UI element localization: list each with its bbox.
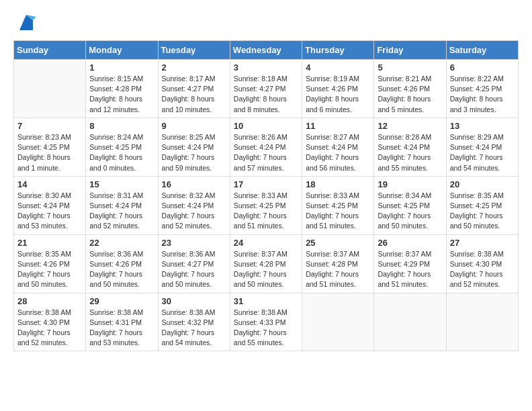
day-number: 27 xyxy=(450,238,515,248)
calendar-cell: 10Sunrise: 8:26 AM Sunset: 4:24 PM Dayli… xyxy=(230,118,302,176)
calendar-cell: 24Sunrise: 8:37 AM Sunset: 4:28 PM Dayli… xyxy=(230,234,302,293)
day-info: Sunrise: 8:36 AM Sunset: 4:27 PM Dayligh… xyxy=(162,249,226,290)
calendar-cell: 7Sunrise: 8:23 AM Sunset: 4:25 PM Daylig… xyxy=(14,118,86,176)
calendar-cell: 28Sunrise: 8:38 AM Sunset: 4:30 PM Dayli… xyxy=(14,293,86,351)
day-number: 21 xyxy=(17,238,82,248)
calendar-cell: 27Sunrise: 8:38 AM Sunset: 4:30 PM Dayli… xyxy=(446,234,518,293)
day-number: 8 xyxy=(89,121,154,131)
day-info: Sunrise: 8:17 AM Sunset: 4:27 PM Dayligh… xyxy=(162,74,226,115)
day-number: 25 xyxy=(306,238,370,248)
header-row: SundayMondayTuesdayWednesdayThursdayFrid… xyxy=(14,41,519,60)
day-number: 1 xyxy=(89,62,154,73)
day-number: 24 xyxy=(234,238,298,248)
calendar-cell: 30Sunrise: 8:38 AM Sunset: 4:32 PM Dayli… xyxy=(158,293,230,351)
day-info: Sunrise: 8:38 AM Sunset: 4:31 PM Dayligh… xyxy=(89,308,154,349)
calendar-cell: 31Sunrise: 8:38 AM Sunset: 4:33 PM Dayli… xyxy=(230,293,302,351)
header-day-friday: Friday xyxy=(374,41,446,60)
calendar-body: 1Sunrise: 8:15 AM Sunset: 4:28 PM Daylig… xyxy=(14,60,519,351)
calendar-cell: 18Sunrise: 8:33 AM Sunset: 4:25 PM Dayli… xyxy=(302,176,374,234)
day-info: Sunrise: 8:33 AM Sunset: 4:25 PM Dayligh… xyxy=(234,191,298,232)
day-number: 17 xyxy=(234,179,298,189)
day-info: Sunrise: 8:18 AM Sunset: 4:27 PM Dayligh… xyxy=(234,74,298,115)
calendar-cell: 29Sunrise: 8:38 AM Sunset: 4:31 PM Dayli… xyxy=(86,293,158,351)
calendar-cell: 6Sunrise: 8:22 AM Sunset: 4:25 PM Daylig… xyxy=(446,60,518,118)
day-info: Sunrise: 8:24 AM Sunset: 4:25 PM Dayligh… xyxy=(89,132,154,173)
day-info: Sunrise: 8:30 AM Sunset: 4:24 PM Dayligh… xyxy=(17,191,82,232)
calendar-cell: 1Sunrise: 8:15 AM Sunset: 4:28 PM Daylig… xyxy=(86,60,158,118)
calendar-cell: 20Sunrise: 8:35 AM Sunset: 4:25 PM Dayli… xyxy=(446,176,518,234)
calendar-cell: 5Sunrise: 8:21 AM Sunset: 4:26 PM Daylig… xyxy=(374,60,446,118)
day-number: 14 xyxy=(17,179,82,189)
week-row-0: 1Sunrise: 8:15 AM Sunset: 4:28 PM Daylig… xyxy=(14,60,519,118)
day-info: Sunrise: 8:36 AM Sunset: 4:26 PM Dayligh… xyxy=(89,249,154,290)
calendar-cell xyxy=(374,293,446,351)
day-info: Sunrise: 8:15 AM Sunset: 4:28 PM Dayligh… xyxy=(89,74,154,115)
header-day-monday: Monday xyxy=(86,41,158,60)
day-info: Sunrise: 8:22 AM Sunset: 4:25 PM Dayligh… xyxy=(450,74,515,115)
header-day-sunday: Sunday xyxy=(14,41,86,60)
calendar-cell: 9Sunrise: 8:25 AM Sunset: 4:24 PM Daylig… xyxy=(158,118,230,176)
day-number: 4 xyxy=(306,62,370,73)
header-day-tuesday: Tuesday xyxy=(158,41,230,60)
calendar-cell: 23Sunrise: 8:36 AM Sunset: 4:27 PM Dayli… xyxy=(158,234,230,293)
calendar-cell: 17Sunrise: 8:33 AM Sunset: 4:25 PM Dayli… xyxy=(230,176,302,234)
day-number: 3 xyxy=(234,62,298,73)
day-info: Sunrise: 8:38 AM Sunset: 4:33 PM Dayligh… xyxy=(234,308,298,349)
day-number: 12 xyxy=(378,121,442,131)
day-number: 26 xyxy=(378,238,442,248)
day-number: 6 xyxy=(450,62,515,73)
day-number: 18 xyxy=(306,179,370,189)
calendar-cell xyxy=(302,293,374,351)
day-number: 28 xyxy=(17,296,82,306)
calendar-cell: 2Sunrise: 8:17 AM Sunset: 4:27 PM Daylig… xyxy=(158,60,230,118)
day-number: 23 xyxy=(162,238,226,248)
calendar-cell xyxy=(446,293,518,351)
calendar-cell: 14Sunrise: 8:30 AM Sunset: 4:24 PM Dayli… xyxy=(14,176,86,234)
day-number: 22 xyxy=(89,238,154,248)
page-header xyxy=(13,13,519,34)
day-info: Sunrise: 8:26 AM Sunset: 4:24 PM Dayligh… xyxy=(234,132,298,173)
day-number: 5 xyxy=(378,62,442,73)
day-number: 30 xyxy=(162,296,226,306)
day-info: Sunrise: 8:34 AM Sunset: 4:25 PM Dayligh… xyxy=(378,191,442,232)
week-row-4: 28Sunrise: 8:38 AM Sunset: 4:30 PM Dayli… xyxy=(14,293,519,351)
calendar-cell: 8Sunrise: 8:24 AM Sunset: 4:25 PM Daylig… xyxy=(86,118,158,176)
day-info: Sunrise: 8:37 AM Sunset: 4:29 PM Dayligh… xyxy=(378,249,442,290)
week-row-3: 21Sunrise: 8:35 AM Sunset: 4:26 PM Dayli… xyxy=(14,234,519,293)
day-info: Sunrise: 8:35 AM Sunset: 4:26 PM Dayligh… xyxy=(17,249,82,290)
day-info: Sunrise: 8:38 AM Sunset: 4:30 PM Dayligh… xyxy=(17,308,82,349)
calendar-cell: 25Sunrise: 8:37 AM Sunset: 4:28 PM Dayli… xyxy=(302,234,374,293)
calendar-cell: 21Sunrise: 8:35 AM Sunset: 4:26 PM Dayli… xyxy=(14,234,86,293)
day-info: Sunrise: 8:33 AM Sunset: 4:25 PM Dayligh… xyxy=(306,191,370,232)
header-day-wednesday: Wednesday xyxy=(230,41,302,60)
week-row-1: 7Sunrise: 8:23 AM Sunset: 4:25 PM Daylig… xyxy=(14,118,519,176)
day-info: Sunrise: 8:38 AM Sunset: 4:30 PM Dayligh… xyxy=(450,249,515,290)
calendar-cell: 4Sunrise: 8:19 AM Sunset: 4:26 PM Daylig… xyxy=(302,60,374,118)
day-info: Sunrise: 8:23 AM Sunset: 4:25 PM Dayligh… xyxy=(17,132,82,173)
day-number: 13 xyxy=(450,121,515,131)
day-number: 9 xyxy=(162,121,226,131)
day-number: 10 xyxy=(234,121,298,131)
calendar-cell: 13Sunrise: 8:29 AM Sunset: 4:24 PM Dayli… xyxy=(446,118,518,176)
day-number: 29 xyxy=(89,296,154,306)
calendar-header: SundayMondayTuesdayWednesdayThursdayFrid… xyxy=(14,41,519,60)
calendar-cell: 15Sunrise: 8:31 AM Sunset: 4:24 PM Dayli… xyxy=(86,176,158,234)
header-day-thursday: Thursday xyxy=(302,41,374,60)
day-info: Sunrise: 8:32 AM Sunset: 4:24 PM Dayligh… xyxy=(162,191,226,232)
calendar-cell: 26Sunrise: 8:37 AM Sunset: 4:29 PM Dayli… xyxy=(374,234,446,293)
calendar-cell: 11Sunrise: 8:27 AM Sunset: 4:24 PM Dayli… xyxy=(302,118,374,176)
day-number: 16 xyxy=(162,179,226,189)
calendar-cell: 12Sunrise: 8:28 AM Sunset: 4:24 PM Dayli… xyxy=(374,118,446,176)
day-info: Sunrise: 8:27 AM Sunset: 4:24 PM Dayligh… xyxy=(306,132,370,173)
day-info: Sunrise: 8:31 AM Sunset: 4:24 PM Dayligh… xyxy=(89,191,154,232)
day-info: Sunrise: 8:19 AM Sunset: 4:26 PM Dayligh… xyxy=(306,74,370,115)
logo xyxy=(13,13,36,34)
day-number: 2 xyxy=(162,62,226,73)
day-info: Sunrise: 8:37 AM Sunset: 4:28 PM Dayligh… xyxy=(306,249,370,290)
day-info: Sunrise: 8:21 AM Sunset: 4:26 PM Dayligh… xyxy=(378,74,442,115)
calendar-cell: 22Sunrise: 8:36 AM Sunset: 4:26 PM Dayli… xyxy=(86,234,158,293)
day-info: Sunrise: 8:29 AM Sunset: 4:24 PM Dayligh… xyxy=(450,132,515,173)
week-row-2: 14Sunrise: 8:30 AM Sunset: 4:24 PM Dayli… xyxy=(14,176,519,234)
day-number: 15 xyxy=(89,179,154,189)
calendar-table: SundayMondayTuesdayWednesdayThursdayFrid… xyxy=(13,40,519,351)
